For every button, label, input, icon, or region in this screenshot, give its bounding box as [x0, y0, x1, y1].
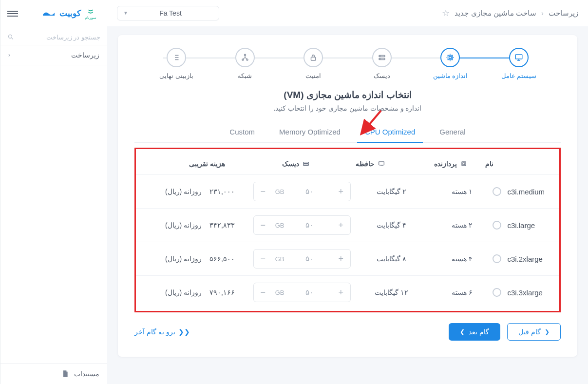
- svg-rect-7: [311, 57, 316, 60]
- disk-size-stepper[interactable]: − GB ۵۰ +: [253, 283, 351, 302]
- sidebar-docs-label: مستندات: [74, 370, 99, 378]
- step-review[interactable]: بازبینی نهایی: [147, 48, 206, 79]
- radio-select[interactable]: [493, 187, 501, 196]
- disk-unit: GB: [275, 188, 285, 195]
- chevron-left-icon: ‹: [541, 9, 544, 17]
- th-disk: دیسک: [267, 160, 325, 168]
- vm-name: c3i.large: [507, 221, 535, 230]
- vm-memory: ۸ گیگابایت: [351, 255, 432, 263]
- skip-to-last-step-link[interactable]: ❮❮ برو به گام آخر: [134, 328, 190, 336]
- star-icon[interactable]: ☆: [442, 8, 450, 19]
- document-icon: [61, 369, 69, 378]
- disk-increment-button[interactable]: +: [332, 250, 350, 268]
- disk-increment-button[interactable]: +: [332, 283, 350, 302]
- vm-cpu: ۴ هسته: [432, 255, 493, 263]
- th-cost: هزینه تقریبی: [147, 160, 267, 168]
- section-subtitle: اندازه و مشخصات ماشین مجازی خود را انتخا…: [134, 104, 561, 112]
- disk-size-stepper[interactable]: − GB ۵۰ +: [253, 215, 351, 235]
- disk-value: ۵۰: [287, 288, 332, 297]
- vm-cost: ۳۴۲,۸۳۳ روزانه (ریال): [147, 221, 253, 229]
- sidebar-item-infrastructure[interactable]: زیرساخت ‹: [0, 45, 107, 65]
- svg-point-8: [244, 54, 246, 56]
- breadcrumb-level-2: ساخت ماشین مجازی جدید: [455, 9, 536, 18]
- account-dropdown[interactable]: ▼ Fa Test: [117, 6, 219, 20]
- radio-select[interactable]: [493, 288, 501, 297]
- tab-memory-optimized[interactable]: Memory Optimized: [271, 122, 348, 142]
- network-icon: [241, 53, 249, 62]
- search-icon: [7, 33, 14, 41]
- svg-rect-2: [449, 57, 452, 59]
- monitor-icon: [514, 53, 523, 62]
- svg-point-10: [247, 59, 248, 60]
- svg-rect-13: [379, 162, 384, 165]
- vm-name: c3i.medium: [507, 188, 545, 196]
- table-row[interactable]: c3i.large ۲ هسته ۴ گیگابایت − GB ۵۰ + ۳۴…: [136, 208, 559, 242]
- chevron-left-icon: ❮: [460, 328, 465, 335]
- step-network[interactable]: شبکه: [216, 48, 274, 79]
- table-row[interactable]: c3i.medium ۱ هسته ۲ گیگابایت − GB ۵۰ + ۲…: [136, 174, 559, 208]
- tab-custom[interactable]: Custom: [222, 122, 263, 142]
- svg-rect-12: [463, 163, 465, 165]
- disk-decrement-button[interactable]: −: [254, 250, 272, 268]
- svg-rect-11: [462, 162, 466, 166]
- table-row[interactable]: c3i.3xlarge ۶ هسته ۱۲ گیگابایت − GB ۵۰ +…: [136, 275, 559, 309]
- svg-rect-15: [303, 164, 309, 166]
- radio-select[interactable]: [493, 254, 501, 263]
- step-disk[interactable]: دیسک: [353, 48, 411, 79]
- step-os[interactable]: سیستم عامل: [490, 48, 548, 79]
- breadcrumb-level-1[interactable]: زیرساخت: [549, 9, 578, 18]
- disk-unit: GB: [275, 289, 285, 296]
- section-title: انتخاب اندازه ماشین مجازی (VM): [134, 89, 561, 100]
- search-input[interactable]: [18, 34, 100, 41]
- sidebar-search[interactable]: [0, 29, 107, 45]
- svg-rect-14: [303, 162, 309, 164]
- disk-decrement-button[interactable]: −: [254, 182, 272, 201]
- table-row[interactable]: c3i.2xlarge ۴ هسته ۸ گیگابایت − GB ۵۰ + …: [136, 242, 559, 275]
- vm-cost: ۷۹۰,۱۶۶ روزانه (ریال): [147, 288, 253, 296]
- sidebar-item-label: زیرساخت: [71, 51, 99, 59]
- disk-increment-button[interactable]: +: [332, 216, 350, 234]
- svg-point-6: [380, 59, 380, 59]
- th-memory: حافظه: [324, 160, 417, 168]
- disk-value: ۵۰: [287, 221, 332, 230]
- disk-increment-button[interactable]: +: [332, 182, 350, 201]
- th-cpu: پردازنده: [417, 160, 485, 168]
- vm-name: c3i.3xlarge: [507, 288, 543, 297]
- wizard-steps: سیستم عامل اندازه ماشین دیسک امنیت: [147, 48, 548, 79]
- next-step-button[interactable]: ❮ گام بعد: [449, 323, 500, 341]
- disk-size-stepper[interactable]: − GB ۵۰ +: [253, 249, 351, 269]
- disk-icon: [302, 160, 310, 168]
- vm-cost: ۵۶۶,۵۰۰ روزانه (ریال): [147, 255, 253, 263]
- disk-icon: [378, 53, 386, 62]
- disk-unit: GB: [275, 222, 285, 229]
- vm-memory: ۱۲ گیگابایت: [351, 288, 432, 296]
- disk-decrement-button[interactable]: −: [254, 216, 272, 234]
- svg-rect-0: [515, 55, 522, 59]
- svg-point-16: [8, 35, 12, 38]
- lock-icon: [309, 53, 318, 62]
- tab-general[interactable]: General: [432, 122, 473, 142]
- radio-select[interactable]: [493, 221, 501, 230]
- disk-decrement-button[interactable]: −: [254, 283, 272, 302]
- tab-cpu-optimized[interactable]: CPU Optimized: [357, 122, 423, 143]
- vm-cpu: ۲ هسته: [432, 221, 493, 229]
- prev-step-button[interactable]: گام قبل ❯: [507, 323, 561, 341]
- chevron-right-icon: ❯: [545, 328, 550, 335]
- double-chevron-left-icon: ❮❮: [178, 328, 190, 336]
- disk-unit: GB: [275, 255, 285, 263]
- size-category-tabs: Custom Memory Optimized CPU Optimized Ge…: [134, 122, 561, 143]
- vm-cost: ۲۳۱,۰۰۰ روزانه (ریال): [147, 188, 253, 195]
- disk-value: ۵۰: [287, 187, 332, 196]
- svg-point-9: [242, 59, 244, 60]
- chevron-down-icon: ▼: [123, 10, 128, 16]
- list-icon: [172, 53, 181, 62]
- disk-value: ۵۰: [287, 254, 332, 263]
- sidebar-docs-link[interactable]: مستندات: [0, 363, 107, 384]
- brand-logo[interactable]: سورنام کوبیت: [42, 7, 100, 20]
- cpu-icon: [446, 53, 455, 62]
- hamburger-menu-icon[interactable]: [7, 9, 18, 17]
- step-size[interactable]: اندازه ماشین: [421, 48, 479, 79]
- disk-size-stepper[interactable]: − GB ۵۰ +: [253, 182, 351, 201]
- step-security[interactable]: امنیت: [284, 48, 342, 79]
- th-name: نام: [485, 160, 549, 168]
